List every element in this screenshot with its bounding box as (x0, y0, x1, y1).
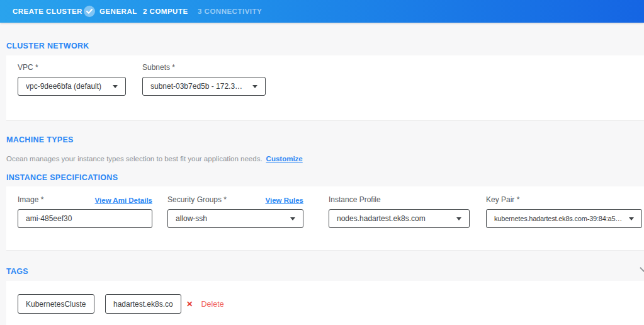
section-heading-cluster-network: CLUSTER NETWORK (6, 42, 89, 50)
step-general[interactable]: GENERAL (84, 0, 137, 23)
security-groups-select[interactable]: allow-ssh (167, 209, 303, 228)
key-pair-label: Key Pair * (486, 195, 519, 204)
tag-value-input[interactable] (105, 294, 181, 314)
wizard-title: CREATE CLUSTER (13, 0, 82, 23)
machine-types-description: Ocean manages your instance types select… (6, 155, 263, 162)
subnets-label: Subnets * (142, 63, 175, 72)
cluster-network-card: VPC * vpc-9dee6bfa (default) Subnets * s… (6, 55, 644, 121)
instance-profile-select[interactable]: nodes.hadartest.ek8s.com (329, 209, 470, 228)
instance-profile-select-value: nodes.hadartest.ek8s.com (337, 214, 450, 223)
instance-profile-label: Instance Profile (329, 195, 381, 204)
step-general-label: GENERAL (99, 8, 137, 15)
view-rules-link[interactable]: View Rules (265, 197, 303, 204)
collapse-chevron-icon (640, 264, 644, 272)
instance-specifications-card: Image * View Ami Details Security Groups… (6, 186, 644, 251)
key-pair-select[interactable]: kubernetes.hadartest.ek8s.com-39:84:a5:9… (486, 209, 642, 228)
security-groups-label: Security Groups * (167, 195, 227, 204)
delete-tag-label: Delete (201, 300, 223, 309)
machine-types-description-row: Ocean manages your instance types select… (6, 155, 303, 162)
section-heading-tags: TAGS (6, 267, 28, 276)
vpc-label: VPC * (18, 63, 38, 72)
security-groups-select-value: allow-ssh (176, 214, 284, 223)
delete-tag-button[interactable]: ✕ Delete (186, 294, 224, 314)
view-ami-details-link[interactable]: View Ami Details (95, 197, 152, 204)
tag-row (18, 294, 94, 314)
vpc-select[interactable]: vpc-9dee6bfa (default) (18, 77, 126, 96)
step-compute[interactable]: 2 COMPUTE (143, 0, 188, 23)
key-pair-select-value: kubernetes.hadartest.ek8s.com-39:84:a5:9… (494, 215, 623, 222)
image-input[interactable] (18, 209, 152, 228)
section-heading-instance-specifications: INSTANCE SPECIFICATIONS (6, 173, 118, 182)
tags-card: ✕ Delete (6, 281, 644, 325)
delete-x-icon: ✕ (186, 299, 193, 309)
chevron-down-icon (456, 217, 461, 220)
subnets-select[interactable]: subnet-03b7ed5b - 172.31.0.0/20 ... (142, 77, 266, 96)
chevron-down-icon (629, 217, 634, 220)
check-icon (84, 6, 95, 17)
step-connectivity-label: 3 CONNECTIVITY (198, 8, 262, 15)
customize-link[interactable]: Customize (266, 155, 303, 162)
chevron-down-icon (252, 85, 257, 88)
image-label: Image * (18, 195, 43, 204)
chevron-down-icon (113, 85, 118, 88)
step-compute-label: 2 COMPUTE (143, 8, 188, 15)
subnets-select-value: subnet-03b7ed5b - 172.31.0.0/20 ... (150, 82, 246, 91)
vpc-select-value: vpc-9dee6bfa (default) (26, 82, 106, 91)
chevron-down-icon (290, 217, 295, 220)
tag-key-input[interactable] (18, 294, 94, 314)
step-connectivity[interactable]: 3 CONNECTIVITY (198, 0, 262, 23)
wizard-header: CREATE CLUSTER GENERAL 2 COMPUTE 3 CONNE… (0, 0, 644, 23)
section-heading-machine-types: MACHINE TYPES (6, 135, 74, 144)
